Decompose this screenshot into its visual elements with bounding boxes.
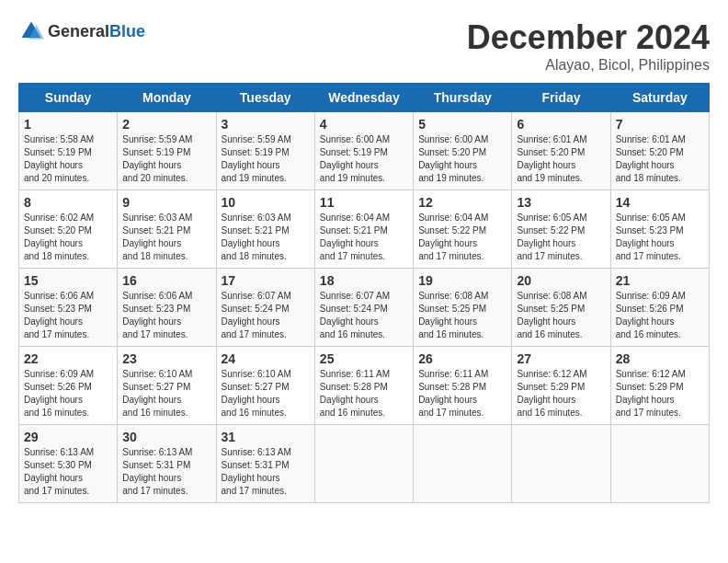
calendar-cell: 5 Sunrise: 6:00 AMSunset: 5:20 PMDayligh… <box>414 112 512 190</box>
calendar-cell: 28 Sunrise: 6:12 AMSunset: 5:29 PMDaylig… <box>610 347 709 425</box>
logo-icon <box>18 18 44 44</box>
calendar-cell: 9 Sunrise: 6:03 AMSunset: 5:21 PMDayligh… <box>118 190 216 269</box>
day-info: Sunrise: 6:10 AMSunset: 5:27 PMDaylight … <box>222 368 310 419</box>
calendar-body: 1 Sunrise: 5:58 AMSunset: 5:19 PMDayligh… <box>19 112 710 503</box>
day-number: 17 <box>222 273 310 288</box>
calendar-cell: 3 Sunrise: 5:59 AMSunset: 5:19 PMDayligh… <box>216 112 314 190</box>
day-number: 23 <box>122 351 210 366</box>
calendar-cell: 10 Sunrise: 6:03 AMSunset: 5:21 PMDaylig… <box>216 190 314 269</box>
day-number: 11 <box>320 195 408 210</box>
day-number: 9 <box>122 195 210 210</box>
day-number: 19 <box>418 273 506 288</box>
dow-header: Sunday <box>19 84 118 112</box>
calendar-week-row: 1 Sunrise: 5:58 AMSunset: 5:19 PMDayligh… <box>19 112 710 190</box>
calendar-cell: 2 Sunrise: 5:59 AMSunset: 5:19 PMDayligh… <box>118 112 216 190</box>
day-number: 12 <box>418 195 506 210</box>
dow-header: Thursday <box>414 84 512 112</box>
dow-header: Monday <box>118 84 216 112</box>
page-header: GeneralBlue December 2024 Alayao, Bicol,… <box>18 18 710 74</box>
calendar-cell: 26 Sunrise: 6:11 AMSunset: 5:28 PMDaylig… <box>414 347 512 425</box>
day-info: Sunrise: 6:10 AMSunset: 5:27 PMDaylight … <box>122 368 210 419</box>
day-number: 22 <box>24 351 112 366</box>
month-title: December 2024 <box>467 18 710 57</box>
calendar-cell: 11 Sunrise: 6:04 AMSunset: 5:21 PMDaylig… <box>314 190 413 269</box>
day-number: 27 <box>517 351 605 366</box>
calendar-week-row: 8 Sunrise: 6:02 AMSunset: 5:20 PMDayligh… <box>19 190 710 269</box>
day-info: Sunrise: 6:05 AMSunset: 5:22 PMDaylight … <box>517 212 605 263</box>
day-info: Sunrise: 6:06 AMSunset: 5:23 PMDaylight … <box>122 290 210 341</box>
day-info: Sunrise: 6:13 AMSunset: 5:31 PMDaylight … <box>122 446 210 498</box>
calendar-cell: 6 Sunrise: 6:01 AMSunset: 5:20 PMDayligh… <box>512 112 610 190</box>
location-title: Alayao, Bicol, Philippines <box>467 57 710 74</box>
calendar-cell: 8 Sunrise: 6:02 AMSunset: 5:20 PMDayligh… <box>19 190 118 269</box>
day-info: Sunrise: 6:00 AMSunset: 5:19 PMDaylight … <box>320 133 408 185</box>
day-info: Sunrise: 5:59 AMSunset: 5:19 PMDaylight … <box>222 133 310 185</box>
day-number: 16 <box>122 273 210 288</box>
calendar-cell: 23 Sunrise: 6:10 AMSunset: 5:27 PMDaylig… <box>118 347 216 425</box>
dow-header: Wednesday <box>314 84 413 112</box>
calendar-week-row: 29 Sunrise: 6:13 AMSunset: 5:30 PMDaylig… <box>19 425 710 503</box>
day-info: Sunrise: 6:00 AMSunset: 5:20 PMDaylight … <box>418 133 506 185</box>
calendar-cell: 19 Sunrise: 6:08 AMSunset: 5:25 PMDaylig… <box>414 269 512 347</box>
logo-text: GeneralBlue <box>48 22 145 41</box>
day-number: 30 <box>122 430 210 444</box>
calendar-cell: 29 Sunrise: 6:13 AMSunset: 5:30 PMDaylig… <box>19 425 118 503</box>
day-info: Sunrise: 6:11 AMSunset: 5:28 PMDaylight … <box>418 368 506 419</box>
dow-header: Tuesday <box>216 84 314 112</box>
title-area: December 2024 Alayao, Bicol, Philippines <box>467 18 710 74</box>
dow-header: Saturday <box>610 84 709 112</box>
calendar-cell: 24 Sunrise: 6:10 AMSunset: 5:27 PMDaylig… <box>216 347 314 425</box>
day-number: 21 <box>616 273 704 288</box>
day-info: Sunrise: 6:09 AMSunset: 5:26 PMDaylight … <box>616 290 704 341</box>
calendar-week-row: 15 Sunrise: 6:06 AMSunset: 5:23 PMDaylig… <box>19 269 710 347</box>
calendar-cell: 12 Sunrise: 6:04 AMSunset: 5:22 PMDaylig… <box>414 190 512 269</box>
day-number: 4 <box>320 117 408 132</box>
day-number: 26 <box>418 351 506 366</box>
day-number: 6 <box>517 117 605 132</box>
calendar-week-row: 22 Sunrise: 6:09 AMSunset: 5:26 PMDaylig… <box>19 347 710 425</box>
day-number: 13 <box>517 195 605 210</box>
day-info: Sunrise: 6:12 AMSunset: 5:29 PMDaylight … <box>616 368 704 419</box>
calendar-cell: 13 Sunrise: 6:05 AMSunset: 5:22 PMDaylig… <box>512 190 610 269</box>
calendar-cell <box>610 425 709 503</box>
day-info: Sunrise: 6:03 AMSunset: 5:21 PMDaylight … <box>222 212 310 263</box>
day-info: Sunrise: 6:07 AMSunset: 5:24 PMDaylight … <box>320 290 408 341</box>
day-of-week-row: SundayMondayTuesdayWednesdayThursdayFrid… <box>19 84 710 112</box>
calendar-cell: 30 Sunrise: 6:13 AMSunset: 5:31 PMDaylig… <box>118 425 216 503</box>
day-info: Sunrise: 6:03 AMSunset: 5:21 PMDaylight … <box>122 212 210 263</box>
day-info: Sunrise: 6:04 AMSunset: 5:21 PMDaylight … <box>320 212 408 263</box>
logo: GeneralBlue <box>18 18 145 44</box>
calendar-cell: 15 Sunrise: 6:06 AMSunset: 5:23 PMDaylig… <box>19 269 118 347</box>
day-number: 29 <box>24 430 112 444</box>
calendar-cell <box>314 425 413 503</box>
calendar-cell <box>414 425 512 503</box>
calendar-cell: 18 Sunrise: 6:07 AMSunset: 5:24 PMDaylig… <box>314 269 413 347</box>
day-info: Sunrise: 6:04 AMSunset: 5:22 PMDaylight … <box>418 212 506 263</box>
calendar-cell: 21 Sunrise: 6:09 AMSunset: 5:26 PMDaylig… <box>610 269 709 347</box>
day-info: Sunrise: 6:01 AMSunset: 5:20 PMDaylight … <box>616 133 704 185</box>
day-number: 28 <box>616 351 704 366</box>
day-number: 31 <box>222 430 310 444</box>
day-number: 24 <box>222 351 310 366</box>
calendar-cell: 7 Sunrise: 6:01 AMSunset: 5:20 PMDayligh… <box>610 112 709 190</box>
day-info: Sunrise: 6:06 AMSunset: 5:23 PMDaylight … <box>24 290 112 341</box>
calendar-table: SundayMondayTuesdayWednesdayThursdayFrid… <box>18 83 710 503</box>
day-info: Sunrise: 6:11 AMSunset: 5:28 PMDaylight … <box>320 368 408 419</box>
calendar-cell: 1 Sunrise: 5:58 AMSunset: 5:19 PMDayligh… <box>19 112 118 190</box>
day-info: Sunrise: 6:07 AMSunset: 5:24 PMDaylight … <box>222 290 310 341</box>
calendar-cell: 22 Sunrise: 6:09 AMSunset: 5:26 PMDaylig… <box>19 347 118 425</box>
day-number: 1 <box>24 117 112 132</box>
day-info: Sunrise: 6:09 AMSunset: 5:26 PMDaylight … <box>24 368 112 419</box>
dow-header: Friday <box>512 84 610 112</box>
day-info: Sunrise: 6:08 AMSunset: 5:25 PMDaylight … <box>517 290 605 341</box>
day-info: Sunrise: 6:08 AMSunset: 5:25 PMDaylight … <box>418 290 506 341</box>
calendar-cell: 17 Sunrise: 6:07 AMSunset: 5:24 PMDaylig… <box>216 269 314 347</box>
day-info: Sunrise: 6:05 AMSunset: 5:23 PMDaylight … <box>616 212 704 263</box>
calendar-cell: 4 Sunrise: 6:00 AMSunset: 5:19 PMDayligh… <box>314 112 413 190</box>
day-info: Sunrise: 5:58 AMSunset: 5:19 PMDaylight … <box>24 133 112 185</box>
day-info: Sunrise: 6:01 AMSunset: 5:20 PMDaylight … <box>517 133 605 185</box>
day-number: 3 <box>222 117 310 132</box>
day-number: 15 <box>24 273 112 288</box>
day-info: Sunrise: 6:13 AMSunset: 5:30 PMDaylight … <box>24 446 112 498</box>
day-number: 20 <box>517 273 605 288</box>
